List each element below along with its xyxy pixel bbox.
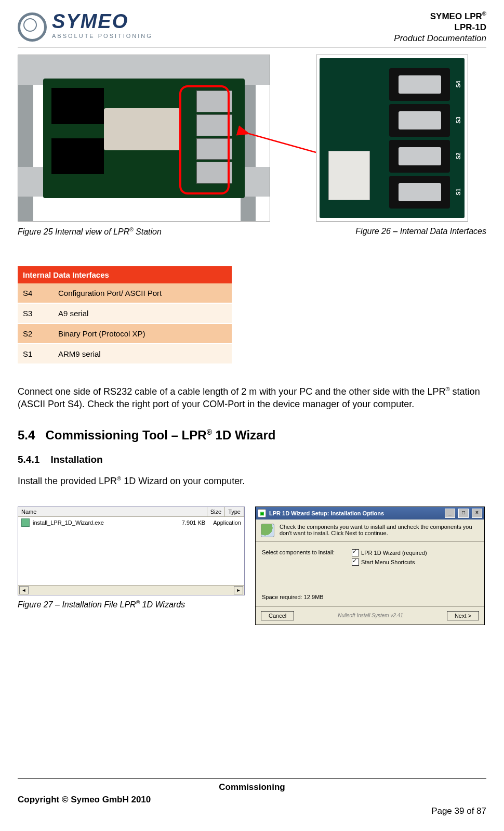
wizard-step-icon xyxy=(261,524,274,537)
figure-25-caption: Figure 25 Internal view of LPR® Station xyxy=(18,227,162,237)
installer-icon xyxy=(21,518,30,527)
logo-icon xyxy=(18,12,47,42)
option-1: LPR 1D Wizard (required) xyxy=(352,549,427,556)
figures-row: S4 S3 S2 S1 xyxy=(18,55,486,222)
explorer-screenshot: Name Size Type install_LPR_1D_Wizard.exe… xyxy=(18,507,245,595)
doc-line2: LPR-1D xyxy=(394,22,486,33)
logo-main: SYMEO xyxy=(52,11,153,31)
logo-sub: ABSOLUTE POSITIONING xyxy=(52,33,153,39)
footer-left: Copyright © Symeo GmbH 2010 xyxy=(18,795,151,816)
interfaces-table: Internal Data Interfaces S4Configuration… xyxy=(18,266,232,365)
option-2: Start Menu Shortcuts xyxy=(352,559,427,566)
minimize-icon: _ xyxy=(445,509,455,518)
doc-line1: SYMEO LPR xyxy=(430,11,482,21)
cancel-button: Cancel xyxy=(261,611,294,620)
wizard-app-icon: ▣ xyxy=(258,509,266,517)
logo: SYMEO ABSOLUTE POSITIONING xyxy=(18,9,153,42)
nullsoft-label: Nullsoft Install System v2.41 xyxy=(338,613,403,618)
wizard-instructions: Check the components you want to install… xyxy=(280,524,479,536)
port-s4-label: S4 xyxy=(455,81,461,88)
space-required: Space required: 12.9MB xyxy=(256,573,484,606)
file-name: install_LPR_1D_Wizard.exe xyxy=(33,520,179,526)
wizard-screenshot: ▣ LPR 1D Wizard Setup: Installation Opti… xyxy=(255,507,485,625)
file-row: install_LPR_1D_Wizard.exe 7.901 KB Appli… xyxy=(18,517,244,528)
highlight-box xyxy=(179,85,230,195)
next-button: Next > xyxy=(447,611,479,620)
footer-center: Commissioning xyxy=(18,779,486,795)
col-name: Name xyxy=(18,507,207,516)
maximize-icon: □ xyxy=(458,509,469,518)
checkbox-icon xyxy=(352,559,359,566)
close-icon: × xyxy=(472,509,482,518)
scroll-left-icon: ◄ xyxy=(19,586,29,594)
scroll-right-icon: ► xyxy=(234,586,243,594)
footer-right: Page 39 of 87 xyxy=(431,795,486,816)
table-title: Internal Data Interfaces xyxy=(18,266,232,283)
figure-25-image xyxy=(18,55,270,222)
figure-26-caption: Figure 26 – Internal Data Interfaces xyxy=(355,227,486,237)
file-type: Application xyxy=(213,520,241,526)
wizard-title: LPR 1D Wizard Setup: Installation Option… xyxy=(269,510,384,516)
table-row: S4Configuration Port/ ASCII Port xyxy=(18,283,232,303)
section-heading: 5.4 Commissioning Tool – LPR® 1D Wizard xyxy=(18,428,486,443)
doc-title: SYMEO LPR® LPR-1D Product Documentation xyxy=(394,9,486,44)
page-footer: Commissioning Copyright © Symeo GmbH 201… xyxy=(18,778,486,816)
figure-26-image: S4 S3 S2 S1 xyxy=(316,55,468,222)
col-size: Size xyxy=(207,507,225,516)
table-row: S1ARM9 serial xyxy=(18,344,232,364)
registered-sup: ® xyxy=(482,10,486,17)
col-type: Type xyxy=(225,507,244,516)
subsection-heading: 5.4.1 Installation xyxy=(18,454,486,465)
port-s2-label: S2 xyxy=(455,153,461,160)
doc-line3: Product Documentation xyxy=(394,33,486,44)
paragraph-install: Install the provided LPR® 1D Wizard on y… xyxy=(18,475,486,487)
port-s3-label: S3 xyxy=(455,117,461,124)
select-label: Select components to install: xyxy=(262,549,350,555)
table-row: S2Binary Port (Protocol XP) xyxy=(18,323,232,344)
port-s1-label: S1 xyxy=(455,189,461,196)
figure-27-caption: Figure 27 – Installation File LPR® 1D Wi… xyxy=(18,600,245,609)
file-size: 7.901 KB xyxy=(182,520,205,526)
checkbox-icon xyxy=(352,549,359,556)
page-header: SYMEO ABSOLUTE POSITIONING SYMEO LPR® LP… xyxy=(18,0,486,47)
table-row: S3A9 serial xyxy=(18,303,232,323)
paragraph-connect: Connect one side of RS232 cable of a cab… xyxy=(18,385,486,411)
